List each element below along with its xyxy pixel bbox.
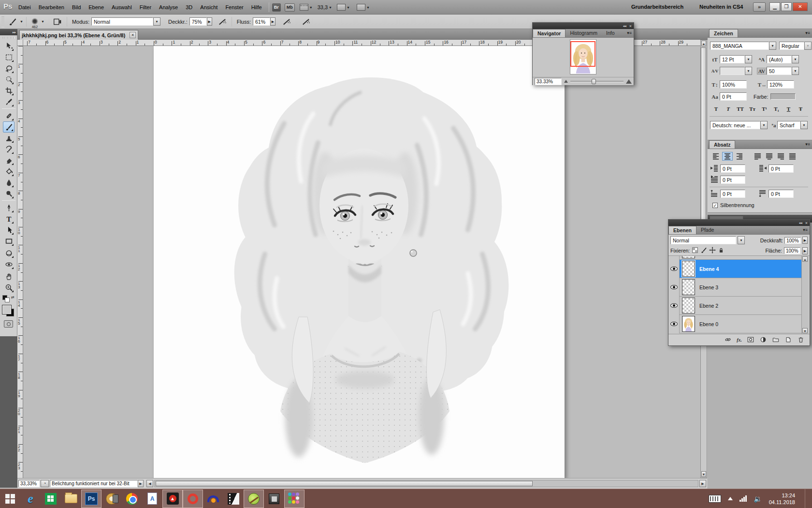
toggle-brushes-panel-icon[interactable] xyxy=(53,17,62,26)
zoom-in-icon[interactable] xyxy=(626,79,632,84)
menu-analyse[interactable]: Analyse xyxy=(155,2,182,12)
hidden-icons-icon[interactable] xyxy=(728,497,733,500)
tools-collapse-button[interactable]: ▸▸ xyxy=(0,29,17,35)
scroll-up-icon[interactable]: ▲ xyxy=(701,41,706,46)
layer-blend-mode-select[interactable]: Normal xyxy=(670,236,736,244)
style-superscript-button[interactable]: T¹ xyxy=(760,105,769,113)
shape-tool[interactable] xyxy=(3,236,14,247)
brush-preset-picker[interactable]: 462 xyxy=(29,18,40,26)
healing-tool[interactable] xyxy=(3,110,14,121)
document-canvas[interactable] xyxy=(154,46,565,478)
tab-pfade[interactable]: Pfade xyxy=(696,226,718,234)
network-icon[interactable] xyxy=(740,495,747,502)
opacity-slider-button[interactable]: ▶ xyxy=(207,17,212,26)
quick-mask-button[interactable] xyxy=(4,320,13,328)
status-menu-icon[interactable]: ▶ xyxy=(138,480,144,487)
mini-bridge-button[interactable]: Mb xyxy=(285,3,295,12)
hyphenation-checkbox[interactable]: ✓ xyxy=(712,203,718,208)
layer-group-icon[interactable] xyxy=(772,336,780,344)
show-desktop-button[interactable] xyxy=(805,489,807,508)
tools-grip[interactable] xyxy=(3,37,14,39)
language-select[interactable]: Deutsch: neue ... xyxy=(710,121,760,129)
visibility-eye-icon[interactable] xyxy=(670,267,678,271)
zoom-slider-thumb[interactable] xyxy=(592,79,596,84)
document-tab[interactable]: jkhkhkjhkj.png bei 33,3% (Ebene 4, Grün/… xyxy=(19,30,138,40)
navigator-view-box[interactable] xyxy=(570,41,595,67)
blur-tool[interactable] xyxy=(3,177,14,188)
tab-info[interactable]: Info xyxy=(602,29,619,37)
indent-firstline-field[interactable]: 0 Pt xyxy=(720,176,745,184)
space-before-field[interactable]: 0 Pt xyxy=(720,190,745,198)
navigator-zoom-slider[interactable] xyxy=(570,81,624,82)
history-brush-tool[interactable] xyxy=(3,144,14,155)
status-info-icon[interactable]: ◔ xyxy=(41,480,49,487)
paint-bucket-tool[interactable] xyxy=(3,166,14,177)
taskbar-audacity[interactable] xyxy=(203,490,223,508)
panel-menu-icon[interactable]: ▾≡ xyxy=(627,30,632,35)
language-dropdown[interactable]: ▼ xyxy=(760,121,768,129)
navigator-zoom-field[interactable]: 33.33% xyxy=(535,78,562,85)
antialias-dropdown[interactable]: ▼ xyxy=(800,121,808,129)
crop-tool[interactable] xyxy=(3,85,14,96)
align-left-button[interactable] xyxy=(710,152,721,161)
style-allcaps-button[interactable]: TT xyxy=(736,105,745,113)
opacity-field[interactable]: 75% xyxy=(189,17,207,26)
character-panel-menu-icon[interactable]: ▾≡ xyxy=(805,30,810,35)
menu-bild[interactable]: Bild xyxy=(68,2,85,12)
style-italic-button[interactable]: T xyxy=(724,105,733,113)
menu-filter[interactable]: Filter xyxy=(136,2,155,12)
tab-navigator[interactable]: Navigator xyxy=(533,29,566,37)
collapse-icon[interactable]: ◂◂ xyxy=(623,24,626,28)
navigator-titlebar[interactable]: ◂◂ × xyxy=(533,23,634,29)
blend-mode-select[interactable]: Normal xyxy=(91,17,153,26)
vertical-ruler[interactable]: 1234567891 01 11 21 31 41 51 61 71 81 92… xyxy=(17,46,23,478)
scroll-up-icon[interactable]: ▲ xyxy=(802,256,808,262)
lock-position-icon[interactable] xyxy=(709,247,716,254)
options-grip[interactable] xyxy=(1,16,4,27)
extras-icon[interactable] xyxy=(300,4,308,11)
visibility-eye-icon[interactable] xyxy=(670,285,678,289)
layer-row-partial[interactable] xyxy=(668,256,802,260)
taskbar-opera[interactable] xyxy=(183,490,203,508)
tab-zeichen[interactable]: Zeichen xyxy=(709,29,738,37)
link-layers-icon[interactable] xyxy=(724,336,732,344)
menu-bearbeiten[interactable]: Bearbeiten xyxy=(35,2,68,12)
3d-orbit-tool[interactable] xyxy=(3,259,14,270)
flow-slider-button[interactable]: ▶ xyxy=(270,17,276,26)
menu-auswahl[interactable]: Auswahl xyxy=(108,2,136,12)
kerning-field[interactable] xyxy=(720,67,745,75)
layer-fill-field[interactable]: 100% xyxy=(784,247,800,254)
layer-thumbnail[interactable] xyxy=(682,261,695,277)
text-color-swatch[interactable] xyxy=(770,93,796,100)
keyboard-icon[interactable] xyxy=(709,495,721,503)
lock-transparency-icon[interactable] xyxy=(692,247,698,254)
justify-all-button[interactable] xyxy=(787,152,798,161)
scroll-down-icon[interactable]: ▼ xyxy=(802,328,808,333)
brush-tool[interactable] xyxy=(3,121,14,133)
justify-last-center-button[interactable] xyxy=(764,152,774,161)
baseline-shift-field[interactable]: 0 Pt xyxy=(720,92,747,101)
layer-thumbnail[interactable] xyxy=(682,256,695,258)
restore-button[interactable]: ❐ xyxy=(781,2,792,11)
move-tool[interactable] xyxy=(3,41,14,52)
horizontal-scale-field[interactable]: 120% xyxy=(767,80,794,89)
airbrush-toggle-icon[interactable] xyxy=(282,17,291,26)
blend-mode-dropdown[interactable]: ▼ xyxy=(153,17,160,26)
layers-scrollbar[interactable]: ▲ ▼ xyxy=(801,256,809,334)
close-panel-icon[interactable]: × xyxy=(629,24,632,29)
status-zoom-field[interactable]: 33,33% xyxy=(18,480,40,487)
taskbar-wordpad[interactable]: A xyxy=(142,490,162,508)
vertical-scale-field[interactable]: 100% xyxy=(720,80,747,89)
menu-3d[interactable]: 3D xyxy=(182,2,196,12)
layer-row-ebene2[interactable]: Ebene 2 xyxy=(668,297,802,315)
delete-layer-icon[interactable] xyxy=(797,336,805,344)
paragraph-panel-menu-icon[interactable]: ▾≡ xyxy=(805,142,810,147)
dodge-tool[interactable] xyxy=(3,188,14,199)
taskbar-3d-tool[interactable] xyxy=(264,490,284,508)
style-bold-button[interactable]: T xyxy=(711,105,721,113)
leading-field[interactable]: (Auto) xyxy=(767,55,792,63)
scroll-down-icon[interactable]: ▼ xyxy=(701,471,706,477)
layer-thumbnail[interactable] xyxy=(682,279,695,295)
whatsnew-button[interactable]: Neuheiten in CS4 xyxy=(699,4,743,10)
path-select-tool[interactable] xyxy=(3,224,14,236)
